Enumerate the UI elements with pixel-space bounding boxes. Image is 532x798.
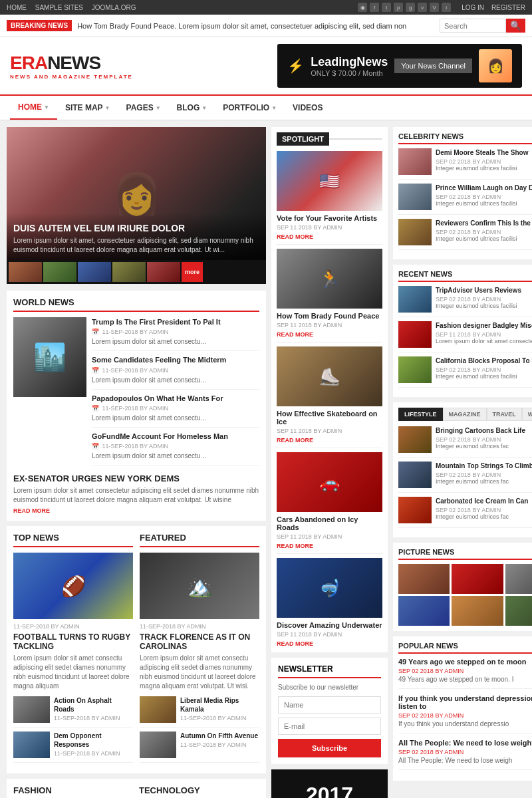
article-meta-1: 📅 11-SEP-2018 BY ADMIN <box>92 329 259 335</box>
spotlight-read-more-2[interactable]: READ MORE <box>277 331 382 338</box>
tab-lifestyle[interactable]: LIFESTYLE <box>398 408 443 421</box>
nav-item-videos[interactable]: VIDEOS <box>285 96 331 119</box>
rss-icon[interactable]: ◉ <box>358 3 367 12</box>
portfolio-arrow: ▼ <box>271 105 277 111</box>
nav-item-pages[interactable]: PAGES ▼ <box>118 96 169 119</box>
recent-title-1[interactable]: TripAdvisor Users Reviews <box>436 286 521 295</box>
popular-title-3[interactable]: All The People: We need to lose weight, <box>398 739 532 747</box>
article-title-1[interactable]: Trump Is The First President To Pal It <box>92 317 259 327</box>
logo: ERANEWS NEWS AND MAGAZINE TEMPLATE <box>10 53 133 80</box>
ad-brand: LeadingNews <box>311 55 388 69</box>
recent-item-3: California Blocks Proposal To Split SEP … <box>398 356 532 388</box>
spotlight-read-more-4[interactable]: READ MORE <box>277 543 382 549</box>
twitter-icon[interactable]: t <box>382 3 391 12</box>
tab-title-1[interactable]: Bringing Cartoons Back Life <box>436 426 525 435</box>
popular-date-1: SEP 02 2018 BY ADMIN <box>398 668 464 674</box>
featured-article: 👩 DUIS AUTEM VEL EUM IRIURE DOLOR Lorem … <box>7 127 266 284</box>
thumb-more[interactable]: more <box>182 262 203 282</box>
article-title-4[interactable]: GoFundMe Account For Homeless Man <box>92 432 259 441</box>
spotlight-image-1: 🇺🇸 <box>277 151 382 211</box>
spotlight-read-more-1[interactable]: READ MORE <box>277 233 382 240</box>
newsletter-name-input[interactable] <box>278 696 381 714</box>
tab-desc-2: Integer euismod ultrices fac <box>436 478 532 485</box>
popular-title-2[interactable]: If you think you understand depression, … <box>398 694 532 710</box>
nav-item-blog[interactable]: BLOG ▼ <box>169 96 215 119</box>
top-right: ◉ f t p g v V i LOG IN REGISTER <box>358 3 525 12</box>
register-link[interactable]: REGISTER <box>491 4 525 11</box>
tab-travel[interactable]: TRAVEL <box>487 408 522 421</box>
celeb-title-2[interactable]: Prince William Laugh on Day Date <box>436 184 532 192</box>
instagram-icon[interactable]: i <box>442 3 451 12</box>
newsletter-subscribe-button[interactable]: Subscribe <box>278 739 381 757</box>
article-meta-4: 📅 11-SEP-2018 BY ADMIN <box>92 443 259 450</box>
tab-world[interactable]: WORLD <box>522 408 532 421</box>
recent-thumb-2 <box>398 321 432 348</box>
nav-item-portfolio[interactable]: PORTFOLIO ▼ <box>215 96 285 119</box>
featured-small-2: Autumn On Fifth Avenue 11-SEP-2018 BY AD… <box>140 732 259 763</box>
featured-small-title-2[interactable]: Autumn On Fifth Avenue <box>180 732 259 740</box>
vimeo-icon[interactable]: v <box>418 3 427 12</box>
technology-col: TECHNOLOGY 🚗 <box>139 785 259 798</box>
spotlight-title-2[interactable]: How Tom Brady Found Peace <box>277 312 382 320</box>
nav-home[interactable]: HOME <box>7 4 27 11</box>
tab-magazine[interactable]: MAGAZINE <box>443 408 487 421</box>
google-icon[interactable]: g <box>406 3 415 12</box>
facebook-icon[interactable]: f <box>370 3 379 12</box>
featured-news-col: FEATURED 🏔️ 11-SEP-2018 BY ADMIN TRACK F… <box>140 533 259 767</box>
world-article-1: Trump Is The First President To Pal It 📅… <box>92 317 259 351</box>
article-title-2[interactable]: Some Candidates Feeling The Midterm <box>92 355 259 364</box>
spotlight-header: SPOTLIGHT <box>277 132 382 146</box>
celeb-title-3[interactable]: Reviewers Confirm This Is the Best <box>436 219 532 227</box>
newsletter-email-input[interactable] <box>278 718 381 735</box>
spotlight-read-more-5[interactable]: READ MORE <box>277 640 382 647</box>
recent-title-2[interactable]: Fashion designer Badgley Mischka <box>436 321 532 330</box>
spotlight-read-more-3[interactable]: READ MORE <box>277 437 382 444</box>
recent-title-3[interactable]: California Blocks Proposal To Split <box>436 356 532 365</box>
breaking-label: BREAKING NEWS <box>7 20 72 31</box>
nav-item-home[interactable]: HOME ▼ <box>10 96 57 120</box>
nav-item-sitemap[interactable]: SITE MAP ▼ <box>57 96 118 119</box>
world-articles: Trump Is The First President To Pal It 📅… <box>92 317 259 469</box>
pic-3 <box>505 564 532 594</box>
world-main-title[interactable]: EX-SENATOR URGES NEW YORK DEMS <box>13 473 259 483</box>
tab-title-3[interactable]: Carbonated Ice Cream In Can <box>436 497 528 505</box>
sitemap-arrow: ▼ <box>105 105 110 111</box>
top-news-header: TOP NEWS <box>13 533 133 547</box>
top-small-title-2[interactable]: Dem Opponent Responses <box>54 732 133 749</box>
popular-item-2: If you think you understand depression, … <box>398 694 532 733</box>
fashion-col: FASHION 👤 <box>13 785 134 798</box>
top-news-title[interactable]: FOOTBALL TURNS TO RUGBY TACKLING <box>13 632 133 651</box>
search-bar: 🔍 <box>440 19 525 33</box>
world-article-3: Papadopoulos On What He Wants For 📅 11-S… <box>92 394 259 428</box>
top-nav: HOME SAMPLE SITES JOOMLA.ORG <box>7 4 143 11</box>
header-ad[interactable]: ⚡ LeadingNews ONLY $ 70.00 / Month Your … <box>277 44 522 88</box>
login-link[interactable]: LOG IN <box>462 4 484 11</box>
tab-bar: LIFESTYLE MAGAZINE TRAVEL WORLD <box>398 408 532 421</box>
search-input[interactable] <box>440 19 506 33</box>
thumb-3 <box>78 262 111 282</box>
recent-news-header: RECENT NEWS <box>398 270 532 282</box>
spotlight-title-5[interactable]: Discover Amazing Underwater <box>277 621 382 629</box>
search-button[interactable]: 🔍 <box>506 19 525 33</box>
vine-icon[interactable]: V <box>430 3 439 12</box>
recent-thumb-3 <box>398 356 432 383</box>
spotlight-title-3[interactable]: How Effective Skateboard on Ice <box>277 410 382 426</box>
featured-news-title[interactable]: TRACK FLORENCE AS IT ON CAROLINAS <box>140 632 259 651</box>
world-main-text: Lorem ipsum dolor sit amet consectetur a… <box>13 486 259 505</box>
tab-thumb-1 <box>398 426 432 453</box>
article-title-3[interactable]: Papadopoulos On What He Wants For <box>92 394 259 403</box>
top-small-title-1[interactable]: Action On Asphalt Roads <box>54 696 133 714</box>
celebrity-news-header: CELEBRITY NEWS <box>398 132 532 144</box>
world-article-4: GoFundMe Account For Homeless Man 📅 11-S… <box>92 432 259 466</box>
world-read-more[interactable]: READ MORE <box>13 507 259 514</box>
spotlight-title-1[interactable]: Vote for Your Favorite Artists <box>277 214 382 222</box>
celeb-title-1[interactable]: Demi Moore Steals The Show <box>436 148 528 157</box>
nav-joomla[interactable]: JOOMLA.ORG <box>92 4 136 11</box>
nav-sample-sites[interactable]: SAMPLE SITES <box>35 4 83 11</box>
featured-small-title-1[interactable]: Liberal Media Rips Kamala <box>180 696 259 714</box>
popular-title-1[interactable]: 49 Years ago we stepped on te moon <box>398 658 532 666</box>
pinterest-icon[interactable]: p <box>394 3 403 12</box>
tab-title-2[interactable]: Mountain Top Strings To Climb <box>436 462 532 470</box>
popular-meta-2: SEP 02 2018 BY ADMIN <box>398 712 532 719</box>
spotlight-title-4[interactable]: Cars Abandoned on Icy Roads <box>277 515 382 531</box>
